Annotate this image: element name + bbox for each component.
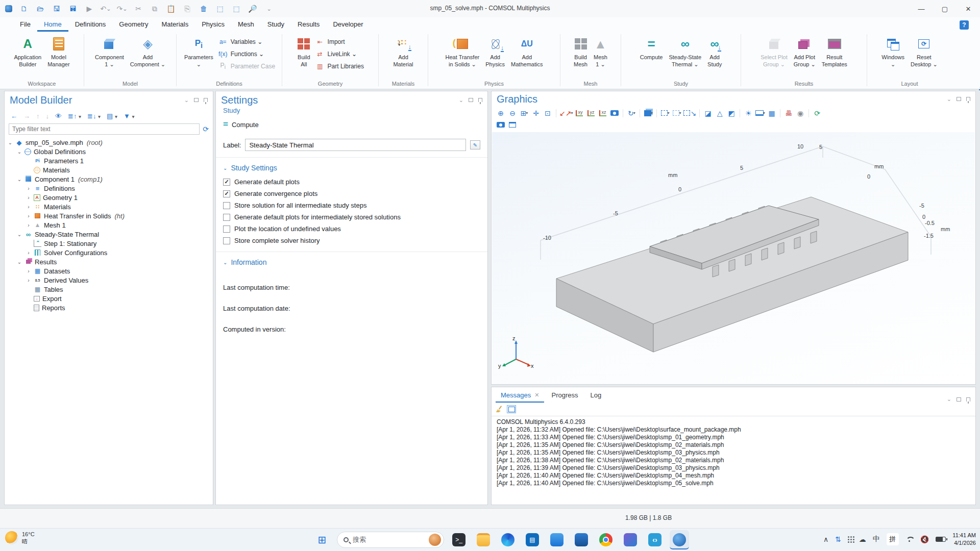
checkbox[interactable]	[223, 237, 230, 244]
select-box-icon[interactable]: ⬚	[215, 4, 225, 13]
information-section-header[interactable]: ⌄ Information	[216, 252, 487, 270]
chrome-browser-icon[interactable]	[596, 530, 616, 549]
refresh-icon[interactable]: ⟳	[203, 125, 209, 133]
tree-item[interactable]: Definitions	[5, 184, 213, 193]
filter-icon[interactable]: ▼ ▾	[124, 112, 135, 120]
tray-expand-icon[interactable]: ∧	[823, 535, 828, 543]
tree-item[interactable]: Step 1: Stationary	[5, 239, 213, 248]
start-button[interactable]: ⊞	[312, 530, 332, 549]
pin-panel-icon[interactable]	[204, 98, 208, 102]
tree-expand-icon[interactable]	[26, 204, 31, 210]
zoom-out-icon[interactable]: ⊖	[507, 108, 518, 118]
tree-item[interactable]: Export	[5, 294, 213, 303]
checkbox[interactable]	[223, 202, 230, 209]
checkbox[interactable]	[223, 226, 230, 233]
panel-menu-icon[interactable]: ⌄	[184, 97, 189, 104]
settings-checkbox-row[interactable]: Generate default plots for intermediatel…	[216, 211, 487, 223]
mail-app-icon[interactable]	[547, 530, 567, 549]
study-label-input[interactable]	[245, 139, 466, 151]
tree-expand-icon[interactable]	[17, 232, 22, 237]
parameters-button[interactable]: Pi Parameters ⌄	[181, 34, 216, 69]
clear-messages-icon[interactable]	[496, 406, 503, 413]
view-xy-icon[interactable]: xy	[574, 108, 584, 118]
tab-messages[interactable]: Messages ✕	[496, 389, 544, 403]
pin-panel-icon[interactable]	[966, 97, 970, 101]
tree-item[interactable]: Derived Values	[5, 276, 213, 285]
tree-item[interactable]: smp_05_solve.mph (root)	[5, 138, 213, 147]
taskbar-clock[interactable]: 11:41 AM 4/1/2026	[952, 532, 976, 547]
menu-tab[interactable]: Physics	[195, 18, 231, 32]
part-libraries-button[interactable]: ▥ Part Libraries	[315, 61, 364, 71]
float-panel-icon[interactable]	[469, 98, 473, 102]
compute-toolbar-button[interactable]: = Compute	[216, 114, 487, 134]
checkbox[interactable]	[223, 179, 230, 186]
tree-item[interactable]: Heat Transfer in Solids (ht)	[5, 211, 213, 220]
tree-filter-input[interactable]	[9, 123, 200, 135]
show-icon[interactable]: 👁	[55, 112, 62, 120]
copy-icon[interactable]: ⧉	[150, 4, 159, 13]
office-app-icon[interactable]	[572, 530, 591, 549]
settings-checkbox-row[interactable]: Plot the location of undefined values	[216, 223, 487, 235]
compute-button[interactable]: = Compute	[637, 34, 666, 62]
menu-tab[interactable]: Results	[291, 18, 326, 32]
deselect-objects-icon[interactable]: ▾	[672, 108, 682, 118]
screenshot-icon[interactable]	[496, 120, 506, 130]
add-mathematics-button[interactable]: ΔU↓ Add Mathematics	[508, 34, 546, 69]
expand-all-icon[interactable]: ≣↓ ▾	[87, 112, 101, 120]
float-panel-icon[interactable]	[194, 98, 199, 102]
settings-checkbox-row[interactable]: Store complete solver history	[216, 235, 487, 246]
zoom-to-selection-icon[interactable]: ↘	[683, 108, 696, 118]
select-plot-group-button[interactable]: Select Plot Group ⌄	[757, 34, 791, 69]
windows-button[interactable]: Windows ⌄	[878, 34, 908, 69]
duplicate-icon[interactable]: ⎘	[183, 4, 192, 13]
tree-item[interactable]: Parameters 1	[5, 156, 213, 165]
menu-tab[interactable]: File	[13, 18, 37, 32]
transparency-icon[interactable]: ◪	[703, 108, 713, 118]
add-study-button[interactable]: ∞↓ Add Study	[704, 34, 725, 69]
mesh-1-button[interactable]: ▲ Mesh 1 ⌄	[591, 34, 610, 69]
tree-expand-icon[interactable]	[26, 213, 31, 219]
variables-button[interactable]: a= Variables ⌄	[218, 36, 275, 47]
scene-light-icon[interactable]: ☀	[743, 108, 753, 118]
steady-state-thermal-study-button[interactable]: ∞ Steady-State Thermal ⌄	[666, 34, 704, 69]
tree-expand-icon[interactable]	[17, 259, 22, 265]
float-panel-icon[interactable]	[957, 397, 961, 402]
zoom-box-icon[interactable]: ⊞▾	[519, 108, 529, 118]
tab-log[interactable]: Log	[585, 389, 607, 403]
menu-tab[interactable]: Mesh	[231, 18, 261, 32]
ime-language-icon[interactable]: 中	[873, 535, 880, 544]
message-table-icon[interactable]	[507, 405, 516, 413]
tree-item[interactable]: Global Definitions	[5, 147, 213, 156]
environment-icon[interactable]: ▾	[755, 108, 765, 118]
tree-expand-icon[interactable]	[26, 195, 31, 201]
view-xz-icon[interactable]: xz	[598, 108, 608, 118]
add-plot-group-button[interactable]: Add Plot Group ⌄	[791, 34, 819, 69]
graphics-viewport[interactable]: 10 5 5 mm 0 -5 -10 mm 0 -5 0 -0.5 mm -1.…	[492, 132, 975, 384]
clear-selection-icon[interactable]: ⬚	[232, 4, 241, 13]
volume-muted-icon[interactable]: 🔇	[920, 535, 929, 543]
cut-icon[interactable]: ✂	[134, 4, 143, 13]
scene-color-icon[interactable]: ▾	[643, 108, 653, 118]
view-yz-icon[interactable]: yz	[586, 108, 596, 118]
close-tab-icon[interactable]: ✕	[534, 392, 539, 398]
add-component-button[interactable]: ◈ Add Component ⌄	[127, 34, 168, 69]
zoom-extents-icon[interactable]: ⊡	[543, 108, 553, 118]
image-snapshot-icon[interactable]: 🖶	[783, 108, 794, 118]
tree-expand-icon[interactable]	[26, 268, 31, 274]
tree-item[interactable]: Solver Configurations	[5, 248, 213, 257]
menu-tab[interactable]: Study	[261, 18, 291, 32]
run-icon[interactable]: ▶	[85, 4, 94, 13]
panel-menu-icon[interactable]: ⌄	[459, 97, 463, 104]
tree-item[interactable]: Results	[5, 257, 213, 266]
find-icon[interactable]: 🔎	[248, 4, 257, 13]
file-explorer-icon[interactable]	[474, 530, 493, 549]
settings-checkbox-row[interactable]: Generate default plots	[216, 176, 487, 188]
close-button[interactable]: ✕	[957, 0, 980, 17]
tree-item[interactable]: Datasets	[5, 266, 213, 276]
tree-down-icon[interactable]: ↓	[46, 112, 50, 120]
onedrive-cloud-icon[interactable]: ☁	[859, 535, 866, 543]
redo-icon[interactable]: ↷⌄	[117, 4, 127, 13]
heat-transfer-in-solids-button[interactable]: Heat Transfer in Solids ⌄	[443, 34, 483, 69]
component-1-button[interactable]: Component 1 ⌄	[92, 34, 127, 69]
vscode-icon[interactable]: ‹›	[645, 530, 665, 549]
